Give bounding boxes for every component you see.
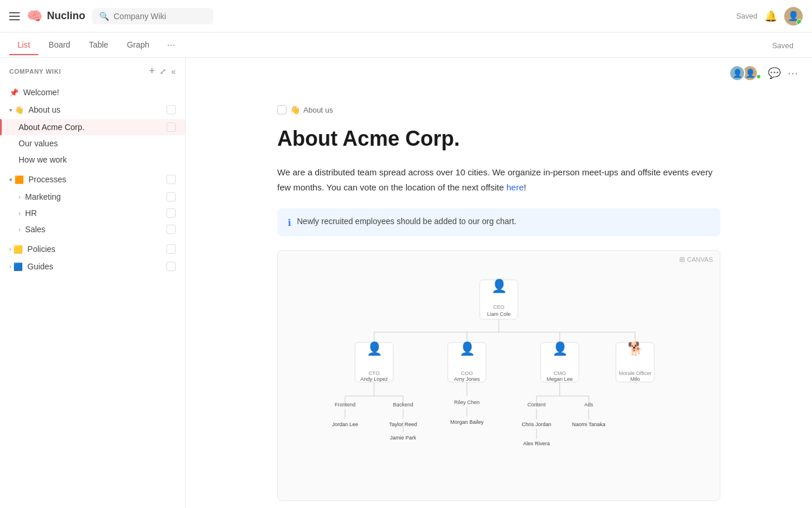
breadcrumb: 👋 About us <box>277 105 720 114</box>
sidebar-item-sales[interactable]: › Sales <box>0 221 185 237</box>
search-input[interactable] <box>114 12 206 21</box>
sidebar-item-our-values-label: Our values <box>19 139 176 148</box>
svg-text:Frontend: Frontend <box>335 402 356 408</box>
notification-icon[interactable]: 🔔 <box>764 10 777 23</box>
sales-checkbox[interactable] <box>166 225 176 234</box>
org-chart-canvas: ⊞ CANVAS 👤 CEO Liam Cole <box>277 250 720 501</box>
sidebar-item-about-us-label: About us <box>28 105 166 114</box>
svg-text:👤: 👤 <box>552 341 568 356</box>
sidebar-item-guides-label: Guides <box>27 262 166 271</box>
sidebar-item-how-we-work-label: How we work <box>19 155 176 164</box>
sidebar-actions: + ⤢ « <box>149 65 176 77</box>
article-body: We are a distributed team spread across … <box>277 165 720 194</box>
sidebar-item-policies[interactable]: › 🟨 Policies <box>0 241 185 257</box>
sidebar-expand-icon[interactable]: ⤢ <box>160 65 166 77</box>
processes-checkbox[interactable] <box>166 175 176 184</box>
sidebar-item-hr[interactable]: › HR <box>0 205 185 221</box>
tab-board[interactable]: Board <box>41 35 78 55</box>
marketing-chevron-icon: › <box>19 194 20 200</box>
svg-text:Amy Jones: Amy Jones <box>454 376 480 382</box>
svg-text:Content: Content <box>527 402 546 408</box>
article-link[interactable]: here <box>506 182 524 192</box>
sidebar-item-marketing-label: Marketing <box>25 192 166 201</box>
more-options-icon[interactable]: ⋯ <box>788 67 798 80</box>
about-us-checkbox[interactable] <box>166 105 176 114</box>
sidebar-item-about-us[interactable]: ▾ 👋 About us <box>0 102 185 118</box>
sidebar-collapse-icon[interactable]: « <box>171 65 176 77</box>
svg-text:Morgan Bailey: Morgan Bailey <box>450 419 484 425</box>
org-chart-container: 👤 CEO Liam Cole <box>278 268 720 500</box>
svg-text:CEO: CEO <box>493 304 505 310</box>
svg-text:CTO: CTO <box>369 370 380 376</box>
sidebar-add-icon[interactable]: + <box>149 65 155 77</box>
about-us-emoji: 👋 <box>14 106 24 114</box>
main-layout: COMPANY WIKI + ⤢ « 📌 Welcome! ▾ 👋 About … <box>0 58 812 508</box>
sidebar-item-processes[interactable]: ▾ 🟧 Processes <box>0 171 185 188</box>
svg-text:Naomi Tanaka: Naomi Tanaka <box>572 421 605 427</box>
article-body-text-1: We are a distributed team spread across … <box>277 167 712 192</box>
svg-text:Milo: Milo <box>630 376 640 382</box>
search-icon: 🔍 <box>99 12 109 21</box>
sidebar-item-guides[interactable]: › 🟦 Guides <box>0 258 185 275</box>
sidebar-title: COMPANY WIKI <box>9 68 61 75</box>
sidebar-item-marketing[interactable]: › Marketing <box>0 189 185 205</box>
sidebar-item-welcome-label: Welcome! <box>23 88 176 97</box>
canvas-header: ⊞ CANVAS <box>278 251 720 268</box>
policies-checkbox[interactable] <box>166 244 176 254</box>
svg-text:Ads: Ads <box>584 402 593 408</box>
logo-text: Nuclino <box>47 10 85 22</box>
collaborator-avatars: 👤 👤 <box>729 65 761 81</box>
logo-brain-icon: 🧠 <box>27 9 42 24</box>
saved-label: Saved <box>736 12 757 20</box>
sidebar-item-welcome[interactable]: 📌 Welcome! <box>0 84 185 100</box>
comment-icon[interactable]: 💬 <box>768 67 781 80</box>
org-chart-svg: 👤 CEO Liam Cole <box>310 274 687 483</box>
tab-more-icon[interactable]: ⋯ <box>162 36 180 55</box>
processes-chevron-icon: ▾ <box>9 176 12 183</box>
collaborator-avatar-1: 👤 <box>729 65 745 81</box>
user-avatar[interactable]: 👤 <box>784 7 803 26</box>
tab-list[interactable]: List <box>9 35 38 55</box>
sidebar-item-sales-label: Sales <box>25 225 166 234</box>
hamburger-icon[interactable] <box>9 12 20 20</box>
svg-text:Morale Officer: Morale Officer <box>619 370 651 376</box>
guides-checkbox[interactable] <box>166 262 176 271</box>
content-top-bar: 👤 👤 💬 ⋯ <box>186 58 812 87</box>
sidebar-header: COMPANY WIKI + ⤢ « <box>0 58 185 84</box>
svg-text:Taylor Reed: Taylor Reed <box>389 421 417 427</box>
saved-status: Saved <box>772 41 793 50</box>
svg-text:Alex Rivera: Alex Rivera <box>523 441 550 446</box>
article-body-text-2: ! <box>524 182 526 192</box>
svg-text:Jordan Lee: Jordan Lee <box>332 421 358 427</box>
pin-icon: 📌 <box>9 88 19 97</box>
hr-chevron-icon: › <box>19 210 20 217</box>
svg-text:👤: 👤 <box>367 341 383 356</box>
topbar-left: 🧠 Nuclino 🔍 <box>9 8 727 24</box>
tabbar-right: Saved <box>772 41 803 50</box>
breadcrumb-checkbox[interactable] <box>277 105 287 114</box>
sidebar-item-policies-label: Policies <box>27 244 166 254</box>
logo[interactable]: 🧠 Nuclino <box>27 9 85 24</box>
sidebar-item-about-acme-label: About Acme Corp. <box>19 123 166 132</box>
topbar-right: Saved 🔔 👤 <box>736 7 803 26</box>
search-bar[interactable]: 🔍 <box>92 8 213 24</box>
svg-text:CMO: CMO <box>554 370 566 376</box>
sidebar: COMPANY WIKI + ⤢ « 📌 Welcome! ▾ 👋 About … <box>0 58 186 508</box>
guides-chevron-icon: › <box>9 264 11 270</box>
content-area: 👤 👤 💬 ⋯ 👋 About us About Acme Corp. We a… <box>186 58 812 508</box>
breadcrumb-emoji: 👋 <box>290 105 300 114</box>
svg-text:Megan Lee: Megan Lee <box>546 376 572 382</box>
marketing-checkbox[interactable] <box>166 192 176 201</box>
sidebar-item-our-values[interactable]: Our values <box>0 135 185 152</box>
about-acme-checkbox[interactable] <box>166 123 176 132</box>
tab-table[interactable]: Table <box>81 35 116 55</box>
hr-checkbox[interactable] <box>166 208 176 218</box>
svg-text:🐕: 🐕 <box>628 341 644 356</box>
svg-text:Chris Jordan: Chris Jordan <box>521 421 551 427</box>
chevron-down-icon: ▾ <box>9 107 12 113</box>
tab-graph[interactable]: Graph <box>119 35 158 55</box>
policies-chevron-icon: › <box>9 246 11 253</box>
sidebar-item-how-we-work[interactable]: How we work <box>0 152 185 168</box>
sidebar-item-about-acme[interactable]: About Acme Corp. <box>0 119 185 135</box>
canvas-grid-icon: ⊞ <box>679 255 685 264</box>
